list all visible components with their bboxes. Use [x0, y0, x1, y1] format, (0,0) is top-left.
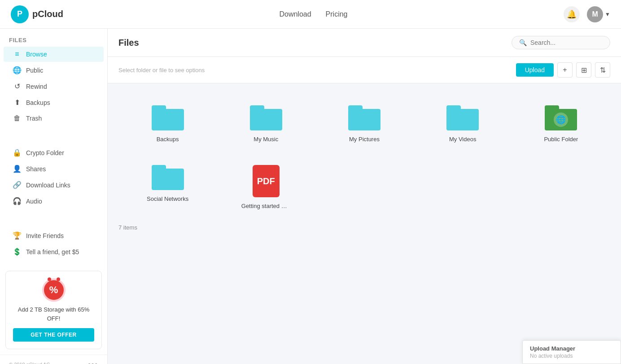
- upload-manager[interactable]: Upload Manager No active uploads: [522, 340, 621, 364]
- folder-icon-my-videos: [446, 105, 479, 130]
- upload-button[interactable]: Upload: [516, 63, 554, 77]
- user-menu[interactable]: M ▼: [587, 6, 610, 22]
- sidebar-browse-label: Browse: [26, 51, 47, 58]
- logo-letter: P: [17, 9, 22, 19]
- folder-icon-my-music: [250, 105, 282, 130]
- file-name-public-folder: Public Folder: [544, 136, 578, 143]
- toolbar-hint: Select folder or file to see options: [118, 67, 205, 74]
- pdf-symbol: PDF: [257, 176, 275, 186]
- file-item-my-pictures[interactable]: My Pictures: [315, 94, 413, 154]
- globe-icon: 🌐: [13, 66, 22, 74]
- folder-icon-public: 🌐: [545, 105, 577, 130]
- search-icon: 🔍: [519, 39, 527, 46]
- file-name-backups: Backups: [157, 136, 179, 143]
- file-name-social-networks: Social Networks: [147, 195, 188, 202]
- main-header: Files 🔍: [108, 29, 621, 57]
- sidebar-extra-section: 🔒 Crypto Folder 👤 Shares 🔗 Download Link…: [0, 139, 107, 215]
- sidebar-item-shares[interactable]: 👤 Shares: [4, 161, 104, 177]
- search-box[interactable]: 🔍: [512, 36, 610, 49]
- folder-icon-backups: [152, 105, 184, 130]
- nav-links: Download Pricing: [279, 10, 347, 18]
- sidebar-item-trash[interactable]: 🗑 Trash: [4, 111, 104, 126]
- nav-right: 🔔 M ▼: [564, 6, 610, 22]
- promo-text: Add 2 TB Storage with 65% OFF!: [13, 305, 94, 323]
- rewind-icon: ↺: [13, 82, 22, 91]
- file-name-my-videos: My Videos: [449, 136, 476, 143]
- sidebar-item-rewind[interactable]: ↺ Rewind: [4, 78, 104, 94]
- dollar-icon: 💲: [13, 247, 22, 256]
- discount-icon: %: [49, 284, 58, 296]
- sidebar-item-public[interactable]: 🌐 Public: [4, 62, 104, 78]
- sort-icon: ⇅: [600, 66, 606, 74]
- sidebar: Files ≡ Browse 🌐 Public ↺ Rewind ⬆ Backu…: [0, 29, 108, 364]
- sidebar-bottom-section: 🏆 Invite Friends 💲 Tell a friend, get $5: [0, 222, 107, 265]
- file-item-getting-started[interactable]: PDF Getting started with p...: [217, 154, 315, 221]
- trash-icon: 🗑: [13, 114, 22, 122]
- file-item-public-folder[interactable]: 🌐 Public Folder: [512, 94, 610, 154]
- page-title: Files: [118, 38, 139, 48]
- sidebar-crypto-label: Crypto Folder: [26, 149, 64, 156]
- add-button[interactable]: +: [557, 62, 573, 78]
- folder-icon-social: [152, 165, 184, 190]
- list-icon: ≡: [13, 50, 22, 58]
- get-offer-button[interactable]: GET THE OFFER: [13, 328, 94, 342]
- sidebar-invite-label: Invite Friends: [26, 232, 64, 239]
- logo-text: pCloud: [32, 9, 63, 19]
- sidebar-item-browse[interactable]: ≡ Browse: [4, 47, 104, 62]
- link-icon: 🔗: [13, 181, 22, 189]
- app-layout: Files ≡ Browse 🌐 Public ↺ Rewind ⬆ Backu…: [0, 29, 621, 364]
- files-area: Backups My Music My Pictures: [108, 83, 621, 364]
- pdf-icon: PDF: [253, 165, 280, 197]
- files-count: 7 items: [118, 224, 610, 238]
- sidebar-backups-label: Backups: [26, 99, 50, 106]
- nav-download[interactable]: Download: [279, 10, 311, 18]
- notification-button[interactable]: 🔔: [564, 6, 580, 22]
- sidebar-item-referral[interactable]: 💲 Tell a friend, get $5: [4, 244, 104, 260]
- files-grid: Backups My Music My Pictures: [118, 94, 610, 221]
- top-navigation: P pCloud Download Pricing 🔔 M ▼: [0, 0, 621, 29]
- chevron-down-icon: ▼: [605, 11, 610, 17]
- avatar: M: [587, 6, 603, 22]
- sidebar-files-header: Files: [0, 34, 107, 46]
- sidebar-rewind-label: Rewind: [26, 83, 47, 90]
- upload-manager-status: No active uploads: [530, 353, 613, 359]
- share-icon: 👤: [13, 165, 22, 173]
- file-item-social-networks[interactable]: Social Networks: [118, 154, 217, 221]
- sidebar-footer: © 2019 pCloud AG •••: [0, 355, 107, 364]
- search-input[interactable]: [530, 39, 603, 46]
- folder-icon-my-pictures: [348, 105, 380, 130]
- copyright-text: © 2019 pCloud AG: [9, 362, 50, 364]
- sidebar-referral-label: Tell a friend, get $5: [26, 248, 79, 256]
- sidebar-item-invite[interactable]: 🏆 Invite Friends: [4, 228, 104, 243]
- sidebar-files-section: Files ≡ Browse 🌐 Public ↺ Rewind ⬆ Backu…: [0, 29, 107, 132]
- logo[interactable]: P pCloud: [11, 5, 63, 23]
- lock-icon: 🔒: [13, 148, 22, 157]
- sidebar-item-audio[interactable]: 🎧 Audio: [4, 193, 104, 209]
- file-name-my-pictures: My Pictures: [349, 136, 380, 143]
- promo-badge: %: [42, 278, 66, 302]
- nav-pricing[interactable]: Pricing: [326, 10, 348, 18]
- toolbar-actions: Upload + ⊞ ⇅: [516, 62, 610, 78]
- file-name-my-music: My Music: [254, 136, 278, 143]
- grid-view-button[interactable]: ⊞: [576, 62, 591, 78]
- file-item-backups[interactable]: Backups: [118, 94, 217, 154]
- sidebar-item-backups[interactable]: ⬆ Backups: [4, 95, 104, 110]
- main-content: Files 🔍 Select folder or file to see opt…: [108, 29, 621, 364]
- sort-button[interactable]: ⇅: [595, 62, 610, 78]
- sidebar-public-label: Public: [26, 67, 43, 74]
- file-item-my-videos[interactable]: My Videos: [414, 94, 512, 154]
- sidebar-item-download-links[interactable]: 🔗 Download Links: [4, 177, 104, 193]
- file-item-my-music[interactable]: My Music: [217, 94, 315, 154]
- trophy-icon: 🏆: [13, 231, 22, 240]
- sidebar-shares-label: Shares: [26, 165, 46, 173]
- promo-banner: % Add 2 TB Storage with 65% OFF! GET THE…: [5, 271, 102, 349]
- sidebar-item-crypto[interactable]: 🔒 Crypto Folder: [4, 145, 104, 160]
- sidebar-trash-label: Trash: [26, 115, 42, 122]
- toolbar: Select folder or file to see options Upl…: [108, 57, 621, 83]
- bell-icon: 🔔: [567, 9, 577, 19]
- logo-icon: P: [11, 5, 29, 23]
- more-options-button[interactable]: •••: [88, 360, 98, 364]
- grid-icon: ⊞: [581, 66, 587, 74]
- plus-icon: +: [563, 66, 567, 74]
- headphones-icon: 🎧: [13, 197, 22, 205]
